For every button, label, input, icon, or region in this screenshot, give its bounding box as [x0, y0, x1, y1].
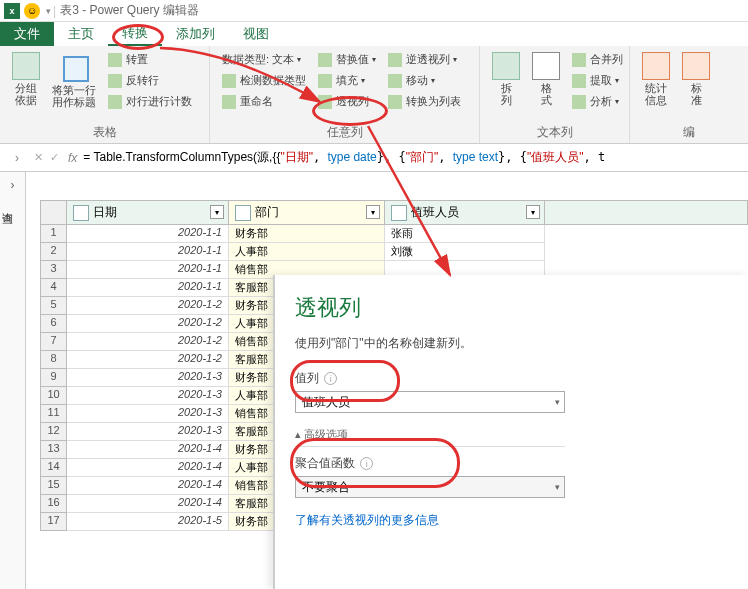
- advanced-toggle[interactable]: ▴ 高级选项: [295, 427, 728, 442]
- pivot-column-button[interactable]: 透视列: [314, 92, 380, 111]
- row-header[interactable]: 4: [41, 279, 67, 297]
- cell-date[interactable]: 2020-1-1: [67, 279, 229, 297]
- cell-date[interactable]: 2020-1-1: [67, 225, 229, 243]
- cell-date[interactable]: 2020-1-1: [67, 243, 229, 261]
- cell-date[interactable]: 2020-1-2: [67, 333, 229, 351]
- unpivot-button[interactable]: 逆透视列▾: [384, 50, 465, 69]
- reverse-rows-button[interactable]: 反转行: [104, 71, 196, 90]
- fx-icon[interactable]: fx: [68, 151, 77, 165]
- parse-button[interactable]: 分析▾: [568, 92, 627, 111]
- cell-date[interactable]: 2020-1-4: [67, 441, 229, 459]
- column-header-dept[interactable]: 部门 ▾: [229, 201, 385, 224]
- row-header[interactable]: 14: [41, 459, 67, 477]
- row-header[interactable]: 2: [41, 243, 67, 261]
- split-column-button[interactable]: 拆列: [486, 50, 526, 108]
- format-button[interactable]: 格式: [526, 50, 566, 108]
- expand-queries-icon[interactable]: ›: [4, 151, 30, 165]
- row-header[interactable]: 15: [41, 477, 67, 495]
- row-header[interactable]: 10: [41, 387, 67, 405]
- cell-date[interactable]: 2020-1-2: [67, 315, 229, 333]
- aggregate-select[interactable]: 不要聚合▾: [295, 476, 565, 498]
- filter-dropdown-icon[interactable]: ▾: [366, 205, 380, 219]
- column-header-person[interactable]: 值班人员 ▾: [385, 201, 545, 224]
- count-rows-button[interactable]: 对行进行计数: [104, 92, 196, 111]
- tab-view[interactable]: 视图: [229, 22, 283, 46]
- value-column-select[interactable]: 值班人员▾: [295, 391, 565, 413]
- row-header[interactable]: 8: [41, 351, 67, 369]
- cell-dept[interactable]: 人事部: [229, 243, 385, 261]
- row-header[interactable]: 16: [41, 495, 67, 513]
- date-type-icon: [73, 205, 89, 221]
- to-list-button[interactable]: 转换为列表: [384, 92, 465, 111]
- merge-columns-button[interactable]: 合并列: [568, 50, 627, 69]
- cell-person[interactable]: 刘微: [385, 243, 545, 261]
- row-header[interactable]: 17: [41, 513, 67, 531]
- tab-transform[interactable]: 转换: [108, 22, 162, 46]
- unpivot-icon: [388, 53, 402, 67]
- merge-icon: [572, 53, 586, 67]
- replace-values-button[interactable]: 替换值▾: [314, 50, 380, 69]
- row-header[interactable]: 9: [41, 369, 67, 387]
- row-header[interactable]: 3: [41, 261, 67, 279]
- use-first-row-headers-button[interactable]: 将第一行用作标题: [46, 50, 102, 110]
- rename-button[interactable]: 重命名: [218, 92, 310, 111]
- headers-icon: [59, 52, 89, 82]
- detect-icon: [222, 74, 236, 88]
- cancel-formula-button[interactable]: ✕: [30, 151, 46, 164]
- row-header[interactable]: 12: [41, 423, 67, 441]
- cell-date[interactable]: 2020-1-2: [67, 351, 229, 369]
- detect-type-button[interactable]: 检测数据类型: [218, 71, 310, 90]
- group-by-button[interactable]: 分组依据: [6, 50, 46, 108]
- excel-icon: x: [4, 3, 20, 19]
- column-header-date[interactable]: 日期 ▾: [67, 201, 229, 224]
- tab-home[interactable]: 主页: [54, 22, 108, 46]
- learn-more-link[interactable]: 了解有关透视列的更多信息: [295, 513, 439, 527]
- transpose-button[interactable]: 转置: [104, 50, 196, 69]
- expand-icon[interactable]: ›: [0, 172, 25, 198]
- data-type-button[interactable]: 数据类型: 文本▾: [218, 50, 310, 69]
- info-icon[interactable]: i: [324, 372, 337, 385]
- pivot-column-dialog: 透视列 使用列"部门"中的名称创建新列。 值列 i 值班人员▾ ▴ 高级选项 聚…: [273, 275, 748, 589]
- filter-dropdown-icon[interactable]: ▾: [526, 205, 540, 219]
- rename-icon: [222, 95, 236, 109]
- tab-addcolumn[interactable]: 添加列: [162, 22, 229, 46]
- move-button[interactable]: 移动▾: [384, 71, 465, 90]
- count-icon: [108, 95, 122, 109]
- select-all-corner[interactable]: [41, 201, 67, 224]
- fill-button[interactable]: 填充▾: [314, 71, 380, 90]
- row-header[interactable]: 6: [41, 315, 67, 333]
- cell-date[interactable]: 2020-1-3: [67, 423, 229, 441]
- cell-dept[interactable]: 财务部: [229, 225, 385, 243]
- row-header[interactable]: 7: [41, 333, 67, 351]
- title-bar: x ☺ ▾ | 表3 - Power Query 编辑器: [0, 0, 748, 22]
- cell-date[interactable]: 2020-1-5: [67, 513, 229, 531]
- standard-button[interactable]: 标准: [676, 50, 716, 108]
- row-header[interactable]: 13: [41, 441, 67, 459]
- cell-date[interactable]: 2020-1-3: [67, 369, 229, 387]
- queries-pane-collapsed[interactable]: › 查询: [0, 172, 26, 589]
- replace-icon: [318, 53, 332, 67]
- cell-date[interactable]: 2020-1-3: [67, 387, 229, 405]
- cell-date[interactable]: 2020-1-4: [67, 459, 229, 477]
- row-header[interactable]: 5: [41, 297, 67, 315]
- cell-date[interactable]: 2020-1-2: [67, 297, 229, 315]
- table-row[interactable]: 2 2020-1-1 人事部 刘微: [40, 243, 748, 261]
- filter-dropdown-icon[interactable]: ▾: [210, 205, 224, 219]
- row-header[interactable]: 1: [41, 225, 67, 243]
- formula-bar: › ✕ ✓ fx = Table.TransformColumnTypes(源,…: [0, 144, 748, 172]
- cell-date[interactable]: 2020-1-4: [67, 477, 229, 495]
- formula-input[interactable]: = Table.TransformColumnTypes(源,{{"日期", t…: [83, 149, 744, 166]
- cell-date[interactable]: 2020-1-4: [67, 495, 229, 513]
- info-icon[interactable]: i: [360, 457, 373, 470]
- commit-formula-button[interactable]: ✓: [46, 151, 62, 164]
- tab-file[interactable]: 文件: [0, 22, 54, 46]
- cell-date[interactable]: 2020-1-3: [67, 405, 229, 423]
- extract-button[interactable]: 提取▾: [568, 71, 627, 90]
- table-row[interactable]: 1 2020-1-1 财务部 张雨: [40, 225, 748, 243]
- chevron-down-icon[interactable]: ▾: [46, 6, 51, 16]
- row-header[interactable]: 11: [41, 405, 67, 423]
- cell-person[interactable]: 张雨: [385, 225, 545, 243]
- window-title: 表3 - Power Query 编辑器: [60, 2, 199, 19]
- statistics-button[interactable]: 统计信息: [636, 50, 676, 108]
- cell-date[interactable]: 2020-1-1: [67, 261, 229, 279]
